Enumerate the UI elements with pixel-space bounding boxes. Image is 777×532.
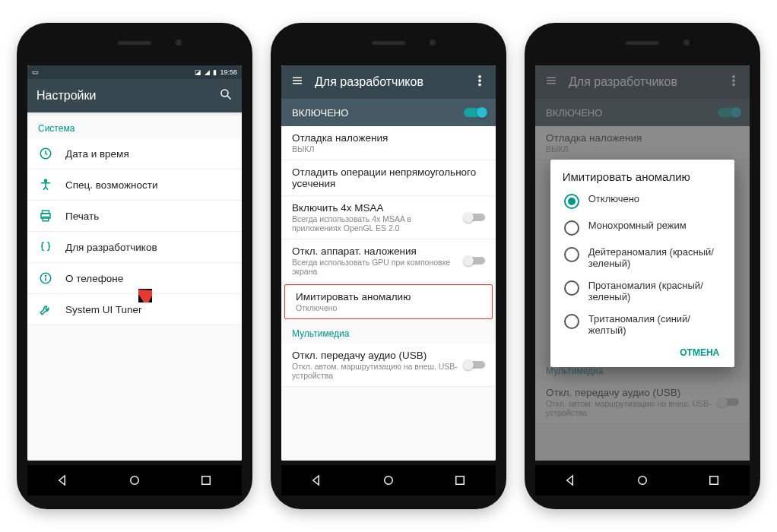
master-toggle[interactable] [464,108,485,117]
menu-icon[interactable] [290,74,304,90]
info-icon [38,271,53,286]
back-button[interactable] [563,472,579,489]
braces-icon [38,239,53,255]
recents-button[interactable] [706,472,722,489]
dev-option-row[interactable]: Откл. аппарат. наложенияВсегда использов… [281,239,496,283]
settings-item[interactable]: Дата и время [27,138,242,169]
status-time: 19:56 [220,68,237,76]
row-primary: Включить 4x MSAA [292,202,458,214]
dialog-option-label: Отключено [588,193,639,204]
radio-icon [564,280,579,296]
svg-point-3 [45,179,47,182]
row-primary: Отладка наложения [292,132,485,144]
clock-icon [38,146,53,161]
dev-option-row[interactable]: Откл. передачу аудио (USB)Откл. автом. м… [281,344,496,387]
android-navbar [27,465,242,496]
row-secondary: Всегда использовать 4x MSAA в приложения… [292,214,458,233]
settings-item-label: Спец. возможности [65,179,157,191]
home-button[interactable] [126,472,143,489]
cancel-button[interactable]: ОТМЕНА [680,347,719,358]
search-icon[interactable] [219,87,233,104]
radio-icon [564,314,579,329]
settings-item-label: Печать [65,211,99,222]
row-primary: Откл. аппарат. наложения [292,245,458,257]
dialog-option[interactable]: Монохромный режим [563,214,723,241]
recents-button[interactable] [452,472,468,489]
wrench-icon [38,302,53,317]
appbar: Для разработчиков [281,65,496,99]
settings-item-label: О телефоне [65,273,123,284]
home-button[interactable] [634,472,651,489]
dialog-option-label: Монохромный режим [588,220,687,231]
settings-item-label: Для разработчиков [65,242,157,253]
dialog-option-label: Тританомалия (синий/желтый) [588,313,722,336]
settings-item[interactable]: Печать [27,201,242,232]
anomaly-dialog: Имитировать аномалию ОтключеноМонохромны… [550,160,735,367]
battery-icon: ▮ [213,68,217,76]
back-button[interactable] [55,472,71,489]
dialog-option[interactable]: Дейтераномалия (красный/зеленый) [563,241,723,274]
svg-point-10 [131,477,139,485]
radio-icon [564,194,579,209]
enabled-label: ВКЛЮЧЕНО [292,107,348,119]
svg-point-19 [385,477,393,485]
home-button[interactable] [380,472,397,489]
settings-item-label: Дата и время [65,148,129,160]
dev-option-row[interactable]: Отладить операции непрямоугольного усече… [281,160,496,196]
svg-rect-20 [456,477,465,485]
settings-item[interactable]: Спец. возможности [27,169,242,201]
svg-rect-28 [710,477,718,485]
dialog-option-label: Протаномалия (красный/зеленый) [588,280,722,302]
android-navbar [281,465,496,496]
dev-option-row[interactable]: Имитировать аномалиюОтключено [284,284,493,319]
radio-icon [564,220,579,236]
svg-point-18 [479,84,480,85]
dev-option-row[interactable]: Включить 4x MSAAВсегда использовать 4x M… [281,196,496,239]
section-multimedia: Мультимедиа [281,321,496,344]
signal-icon: ◢ [205,68,210,76]
row-secondary: Откл. автом. маршрутизацию на внеш. USB-… [292,362,458,380]
phone-devoptions: Для разработчиков ВКЛЮЧЕНО Отладка налож… [271,23,506,509]
row-primary: Откл. передачу аудио (USB) [292,350,458,361]
row-primary: Отладить операции непрямоугольного усече… [292,166,485,189]
enabled-bar[interactable]: ВКЛЮЧЕНО [281,99,496,126]
svg-point-0 [221,90,228,97]
svg-line-1 [227,96,231,100]
recents-button[interactable] [198,472,214,489]
phone-dialog: Для разработчиков ВКЛЮЧЕНО Отладка налож… [525,23,760,509]
dialog-option-label: Дейтераномалия (красный/зеленый) [588,246,722,269]
row-switch[interactable] [465,361,485,369]
dialog-option[interactable]: Отключено [563,188,723,214]
page-title: Настройки [36,89,208,103]
row-secondary: ВЫКЛ [292,144,485,154]
settings-item[interactable]: О телефоне [27,263,242,294]
row-secondary: Всегда использовать GPU при компоновке э… [292,258,458,276]
settings-item-label: System UI Tuner [65,304,142,315]
svg-rect-11 [202,477,211,485]
modal-scrim[interactable]: Имитировать аномалию ОтключеноМонохромны… [535,65,750,461]
page-title: Для разработчиков [315,75,462,89]
settings-item[interactable]: Для разработчиков [27,232,242,263]
row-secondary: Отключено [296,303,481,312]
settings-item[interactable]: System UI Tuner [27,294,242,325]
print-icon [38,208,53,223]
sd-icon: ▭ [32,68,39,76]
back-button[interactable] [309,472,325,489]
dev-option-row[interactable]: Отладка наложенияВЫКЛ [281,126,496,160]
overflow-icon[interactable] [473,74,487,90]
svg-point-16 [479,76,480,78]
row-switch[interactable] [465,257,485,264]
accessibility-icon [38,177,53,192]
radio-icon [564,247,579,262]
svg-point-17 [479,80,480,81]
row-switch[interactable] [465,214,485,221]
row-primary: Имитировать аномалию [296,291,481,302]
svg-point-27 [639,477,647,485]
appbar: Настройки [27,79,242,112]
dialog-option[interactable]: Тританомалия (синий/желтый) [563,308,723,341]
phone-settings: ▭ ◪ ◢ ▮ 19:56 Настройки Система Дата и в… [17,23,252,509]
section-system: Система [27,116,242,138]
svg-point-9 [45,275,46,276]
android-navbar [535,465,750,496]
dialog-option[interactable]: Протаномалия (красный/зеленый) [563,274,723,308]
